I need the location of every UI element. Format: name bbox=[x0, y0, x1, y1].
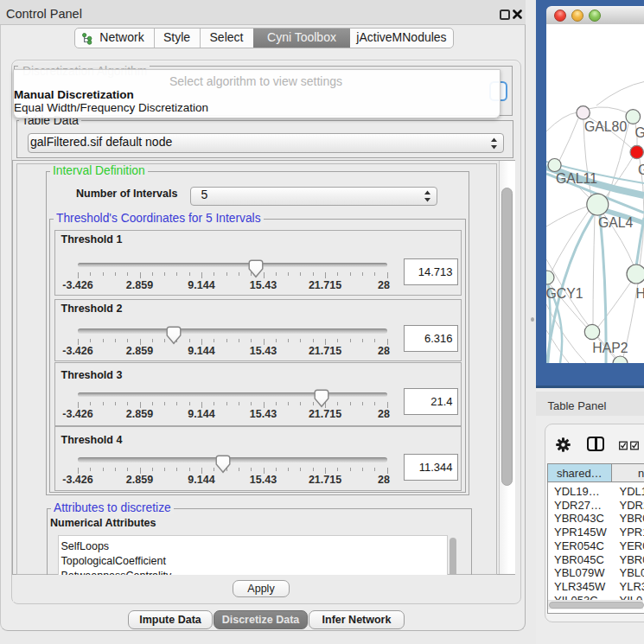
svg-text:GA: GA bbox=[635, 125, 644, 140]
svg-text:H: H bbox=[636, 286, 644, 301]
svg-text:G: G bbox=[638, 163, 644, 177]
svg-text:GAL11: GAL11 bbox=[556, 171, 597, 186]
svg-text:HAP2: HAP2 bbox=[592, 341, 628, 355]
svg-text:GCY1: GCY1 bbox=[546, 286, 583, 301]
svg-text:GAL4: GAL4 bbox=[598, 215, 634, 230]
svg-text:GAL80: GAL80 bbox=[584, 119, 627, 134]
